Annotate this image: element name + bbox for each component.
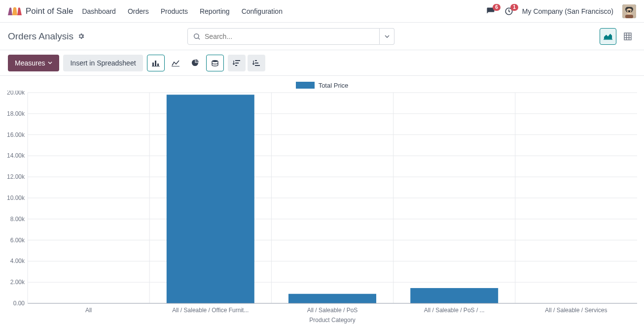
nav-links: Dashboard Orders Products Reporting Conf…: [82, 7, 283, 15]
svg-text:All: All: [85, 307, 92, 314]
svg-rect-26: [255, 63, 258, 64]
sort-asc-button[interactable]: [248, 55, 265, 71]
sort-group: [228, 55, 265, 71]
svg-rect-10: [604, 39, 612, 39]
svg-text:All / Saleable / Office Furnit: All / Saleable / Office Furnit...: [172, 307, 249, 314]
svg-text:20.00k: 20.00k: [7, 91, 25, 96]
page-title-wrap: Orders Analysis: [8, 31, 85, 42]
chart-type-line[interactable]: [167, 55, 184, 71]
svg-rect-11: [624, 33, 631, 40]
svg-text:All / Saleable / Services: All / Saleable / Services: [545, 307, 607, 314]
toolbar: Measures Insert in Spreadsheet: [0, 50, 644, 76]
measures-button[interactable]: Measures: [8, 55, 59, 71]
nav-link-orders[interactable]: Orders: [128, 7, 149, 15]
nav-right: 6 1 My Company (San Francisco): [486, 4, 636, 18]
svg-rect-7: [625, 15, 633, 18]
chart-type-group: [147, 55, 224, 71]
chart-area: Total Price 0.002.00k4.00k6.00k8.00k10.0…: [0, 76, 644, 325]
svg-rect-59: [410, 288, 498, 303]
svg-rect-17: [155, 61, 156, 66]
insert-spreadsheet-label: Insert in Spreadsheet: [70, 59, 136, 67]
search-box[interactable]: [187, 28, 380, 45]
chart-stacked-toggle[interactable]: [206, 55, 224, 71]
messages-badge: 6: [493, 4, 501, 11]
gear-icon[interactable]: [77, 32, 85, 40]
navbar: Point of Sale Dashboard Orders Products …: [0, 0, 644, 23]
nav-link-products[interactable]: Products: [161, 7, 188, 15]
svg-rect-24: [235, 65, 237, 66]
svg-text:8.00k: 8.00k: [10, 216, 25, 223]
sort-asc-icon: [252, 60, 260, 66]
chart-type-bar[interactable]: [147, 55, 165, 71]
svg-rect-18: [157, 64, 159, 66]
svg-text:2.00k: 2.00k: [10, 279, 25, 286]
svg-text:16.00k: 16.00k: [7, 131, 25, 138]
bar-chart-icon: [152, 60, 160, 66]
control-bar: Orders Analysis: [0, 23, 644, 50]
caret-down-icon: [385, 34, 390, 39]
search-wrap: [187, 28, 394, 45]
svg-text:Product Category: Product Category: [309, 317, 355, 324]
view-switch: [600, 28, 636, 45]
svg-text:0.00: 0.00: [13, 300, 25, 307]
svg-point-6: [630, 10, 632, 12]
chart-type-pie[interactable]: [186, 55, 204, 71]
search-input[interactable]: [205, 32, 374, 40]
svg-rect-19: [152, 66, 160, 66]
area-chart-icon: [604, 32, 612, 40]
company-selector[interactable]: My Company (San Francisco): [522, 7, 613, 15]
insert-spreadsheet-button[interactable]: Insert in Spreadsheet: [63, 55, 143, 71]
legend-series-label: Total Price: [319, 82, 349, 89]
sort-desc-icon: [233, 60, 240, 66]
measures-label: Measures: [15, 59, 45, 67]
svg-rect-16: [152, 63, 154, 66]
pivot-table-icon: [624, 32, 632, 40]
messages-button[interactable]: 6: [486, 7, 496, 16]
view-graph-button[interactable]: [600, 28, 616, 45]
view-pivot-button[interactable]: [619, 28, 636, 45]
search-options-toggle[interactable]: [380, 28, 394, 45]
svg-line-9: [198, 38, 200, 39]
svg-text:18.00k: 18.00k: [7, 110, 25, 117]
search-icon: [193, 32, 201, 40]
svg-rect-22: [235, 60, 240, 61]
nav-link-reporting[interactable]: Reporting: [200, 7, 230, 15]
svg-text:6.00k: 6.00k: [10, 237, 25, 244]
svg-rect-27: [255, 65, 260, 66]
pie-chart-icon: [191, 59, 199, 66]
bar-chart: 0.002.00k4.00k6.00k8.00k10.00k12.00k14.0…: [4, 91, 640, 325]
svg-rect-23: [235, 63, 239, 64]
svg-text:14.00k: 14.00k: [7, 152, 25, 159]
svg-point-5: [627, 10, 629, 12]
line-chart-icon: [172, 60, 179, 66]
svg-point-21: [212, 60, 218, 62]
svg-point-8: [194, 33, 199, 38]
activities-button[interactable]: 1: [504, 7, 513, 16]
caret-down-icon: [48, 61, 52, 65]
svg-text:4.00k: 4.00k: [10, 258, 25, 264]
legend-swatch: [296, 82, 315, 89]
sort-desc-button[interactable]: [228, 55, 246, 71]
svg-text:All / Saleable / PoS: All / Saleable / PoS: [307, 307, 358, 314]
chart-legend: Total Price: [4, 80, 640, 91]
nav-link-dashboard[interactable]: Dashboard: [82, 7, 116, 15]
avatar[interactable]: [622, 4, 636, 18]
svg-rect-25: [255, 60, 257, 61]
svg-text:10.00k: 10.00k: [7, 195, 25, 201]
brand[interactable]: Point of Sale: [8, 6, 73, 16]
activities-badge: 1: [510, 4, 518, 11]
svg-text:12.00k: 12.00k: [7, 173, 25, 180]
pos-logo-icon: [8, 6, 22, 16]
page-title: Orders Analysis: [8, 31, 73, 42]
svg-rect-55: [167, 95, 254, 303]
svg-text:All / Saleable / PoS / ...: All / Saleable / PoS / ...: [424, 307, 485, 314]
svg-rect-20: [172, 66, 179, 66]
nav-link-configuration[interactable]: Configuration: [242, 7, 283, 15]
svg-rect-57: [288, 294, 376, 303]
brand-title: Point of Sale: [26, 6, 73, 16]
stack-icon: [211, 60, 219, 66]
